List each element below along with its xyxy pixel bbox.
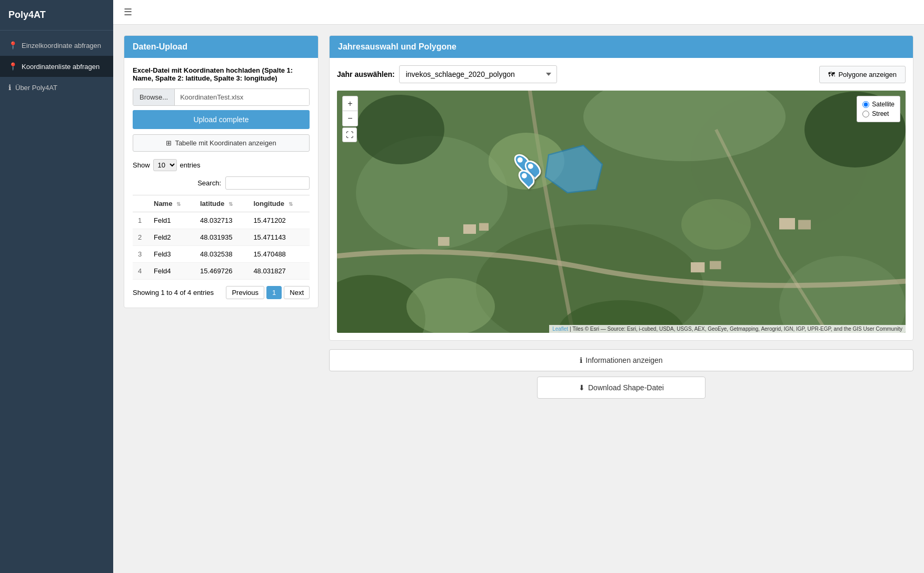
- pagination-row: Showing 1 to 4 of 4 entries Previous 1 N…: [133, 286, 310, 299]
- map-background: [337, 91, 906, 333]
- svg-point-19: [406, 278, 495, 333]
- table-row: 1 Feld1 48.032713 15.471202: [133, 212, 310, 229]
- col-longitude[interactable]: longitude ⇅: [248, 195, 310, 212]
- polygon-btn-label: Polygone anzeigen: [838, 71, 897, 78]
- year-label: Jahr auswählen:: [337, 70, 395, 78]
- cell-longitude: 15.471143: [248, 229, 310, 246]
- satellite-option[interactable]: Satellite: [862, 101, 895, 108]
- map-zoom-control: + −: [342, 96, 358, 126]
- cell-latitude: 48.032538: [195, 246, 248, 263]
- cell-longitude: 48.031827: [248, 263, 310, 280]
- download-button[interactable]: ⬇ Download Shape-Datei: [537, 377, 706, 399]
- table-icon: ⊞: [166, 139, 172, 147]
- sidebar-nav: 📍 Einzelkoordinate abfragen 📍 Koordinate…: [0, 35, 113, 98]
- map-marker-3[interactable]: [520, 169, 533, 187]
- cell-name: Feld2: [148, 229, 195, 246]
- location-icon-2: 📍: [8, 62, 17, 71]
- cell-name: Feld3: [148, 246, 195, 263]
- file-input-row: Browse... KoordinatenTest.xlsx: [133, 88, 310, 106]
- previous-button[interactable]: Previous: [226, 286, 264, 299]
- upload-card-body: Excel-Datei mit Koordinaten hochladen (S…: [124, 58, 318, 308]
- map-card: Jahresauswahl und Polygone Jahr auswähle…: [329, 35, 913, 341]
- cell-longitude: 15.470488: [248, 246, 310, 263]
- col-name[interactable]: Name ⇅: [148, 195, 195, 212]
- info-icon: ℹ: [580, 356, 582, 364]
- next-button[interactable]: Next: [284, 286, 310, 299]
- info-btn-label: Informationen anzeigen: [585, 356, 662, 364]
- show-label: Show: [133, 161, 150, 169]
- year-select[interactable]: invekos_schlaege_2020_polygon invekos_sc…: [399, 65, 557, 83]
- show-table-label: Tabelle mit Koordinaten anzeigen: [175, 139, 276, 147]
- info-button[interactable]: ℹ Informationen anzeigen: [329, 349, 913, 371]
- year-select-row: Jahr auswählen: invekos_schlaege_2020_po…: [337, 65, 906, 83]
- col-num: [133, 195, 148, 212]
- street-label: Street: [872, 110, 889, 117]
- street-radio[interactable]: [862, 111, 869, 117]
- pagination-info: Showing 1 to 4 of 4 entries: [133, 289, 214, 297]
- cell-name: Feld4: [148, 263, 195, 280]
- show-entries-row: Show 10 25 50 entries: [133, 159, 310, 171]
- content: Daten-Upload Excel-Datei mit Koordinaten…: [113, 25, 924, 573]
- entries-suffix: entries: [180, 161, 201, 169]
- cell-latitude: 48.032713: [195, 212, 248, 229]
- map-container[interactable]: + − ⛶ Satellite: [337, 91, 906, 333]
- svg-rect-12: [779, 218, 795, 230]
- search-input[interactable]: [225, 176, 310, 190]
- fullscreen-button[interactable]: ⛶: [342, 127, 357, 142]
- map-icon: 🗺: [828, 71, 835, 78]
- zoom-out-button[interactable]: −: [343, 111, 357, 126]
- cell-latitude: 48.031935: [195, 229, 248, 246]
- sidebar-item-ueber-label: Über Poly4AT: [15, 84, 57, 92]
- upload-button[interactable]: Upload complete: [133, 110, 310, 129]
- entries-select[interactable]: 10 25 50: [153, 159, 177, 171]
- street-option[interactable]: Street: [862, 110, 895, 117]
- sidebar: Poly4AT 📍 Einzelkoordinate abfragen 📍 Ko…: [0, 0, 113, 573]
- fullscreen-icon: ⛶: [346, 131, 353, 139]
- cell-name: Feld1: [148, 212, 195, 229]
- svg-rect-13: [798, 220, 811, 230]
- search-row: Search:: [133, 176, 310, 190]
- hamburger-icon[interactable]: ☰: [124, 6, 132, 18]
- svg-rect-11: [710, 261, 721, 270]
- upload-card: Daten-Upload Excel-Datei mit Koordinaten…: [124, 35, 319, 308]
- map-card-header: Jahresauswahl und Polygone: [330, 36, 913, 58]
- leaflet-link[interactable]: Leaflet: [552, 326, 568, 332]
- download-btn-label: Download Shape-Datei: [588, 383, 664, 392]
- right-panel: Jahresauswahl und Polygone Jahr auswähle…: [329, 35, 913, 562]
- table-row: 2 Feld2 48.031935 15.471143: [133, 229, 310, 246]
- attribution-text: | Tiles © Esri — Source: Esri, i-cubed, …: [570, 326, 902, 332]
- app-title: Poly4AT: [0, 0, 113, 31]
- upload-card-header: Daten-Upload: [124, 36, 318, 58]
- file-name-display: KoordinatenTest.xlsx: [175, 89, 309, 105]
- col-latitude[interactable]: latitude ⇅: [195, 195, 248, 212]
- svg-point-18: [681, 199, 751, 250]
- table-row: 4 Feld4 15.469726 48.031827: [133, 263, 310, 280]
- cell-num: 3: [133, 246, 148, 263]
- upload-description: Excel-Datei mit Koordinaten hochladen (S…: [133, 66, 310, 82]
- svg-rect-7: [463, 224, 476, 234]
- cell-latitude: 15.469726: [195, 263, 248, 280]
- table-row: 3 Feld3 48.032538 15.470488: [133, 246, 310, 263]
- cell-num: 4: [133, 263, 148, 280]
- show-table-button[interactable]: ⊞ Tabelle mit Koordinaten anzeigen: [133, 134, 310, 152]
- sidebar-item-einzelkoordinate[interactable]: 📍 Einzelkoordinate abfragen: [0, 35, 113, 56]
- year-select-group: Jahr auswählen: invekos_schlaege_2020_po…: [337, 65, 557, 83]
- sidebar-item-koordinatenliste[interactable]: 📍 Koordinatenliste abfragen: [0, 56, 113, 77]
- page-1-button[interactable]: 1: [266, 286, 282, 299]
- location-icon: 📍: [8, 41, 17, 50]
- svg-point-15: [356, 95, 444, 164]
- sidebar-item-ueber[interactable]: ℹ Über Poly4AT: [0, 77, 113, 98]
- table-section: Show 10 25 50 entries Search:: [133, 159, 310, 299]
- polygon-button[interactable]: 🗺 Polygone anzeigen: [819, 66, 906, 83]
- map-layer-control: Satellite Street: [857, 96, 900, 122]
- topbar: ☰: [113, 0, 924, 25]
- bottom-buttons: ℹ Informationen anzeigen ⬇ Download Shap…: [329, 349, 913, 399]
- cell-num: 2: [133, 229, 148, 246]
- zoom-in-button[interactable]: +: [343, 96, 357, 111]
- cell-num: 1: [133, 212, 148, 229]
- sidebar-item-koordinatenliste-label: Koordinatenliste abfragen: [22, 63, 100, 71]
- browse-button[interactable]: Browse...: [133, 89, 175, 105]
- download-icon: ⬇: [579, 383, 585, 392]
- search-label: Search:: [197, 179, 221, 187]
- satellite-radio[interactable]: [862, 101, 869, 108]
